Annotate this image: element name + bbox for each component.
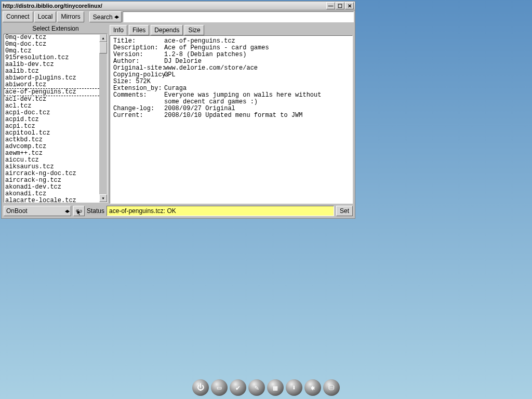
toolbar: Connect Local Mirrors Search bbox=[2, 10, 355, 23]
status-label: Status bbox=[87, 207, 104, 215]
tab-depends[interactable]: Depends bbox=[151, 25, 183, 35]
maximize-button[interactable]: ☐ bbox=[336, 2, 344, 9]
terminal-icon[interactable]: ▭ bbox=[211, 379, 228, 396]
cpanel-icon[interactable]: ▦ bbox=[267, 379, 284, 396]
extension-list-pane: Select Extension 0mq-dev.tcz0mq-doc.tcz0… bbox=[4, 23, 108, 204]
info-value: GPL bbox=[164, 72, 176, 78]
local-button[interactable]: Local bbox=[34, 11, 57, 22]
tab-size[interactable]: Size bbox=[184, 25, 204, 35]
tab-files[interactable]: Files bbox=[129, 25, 149, 35]
info-value: www.delorie.com/store/ace bbox=[164, 65, 258, 72]
dock: ⏻▭✔✎▦⬇✱⛁ bbox=[192, 379, 340, 396]
apps-icon[interactable]: ⬇ bbox=[286, 379, 302, 396]
connect-button[interactable]: Connect bbox=[3, 11, 33, 22]
minimize-button[interactable]: — bbox=[326, 2, 335, 9]
scroll-track[interactable] bbox=[99, 42, 107, 194]
info-label: Comments: bbox=[113, 92, 164, 99]
run-icon[interactable]: ✱ bbox=[304, 379, 321, 396]
editor-icon[interactable]: ✎ bbox=[248, 379, 265, 396]
mount-icon[interactable]: ⛁ bbox=[323, 379, 340, 396]
extension-item[interactable]: abiword.tcz bbox=[4, 82, 99, 88]
go-button[interactable]: Go bbox=[73, 206, 85, 216]
tab-info[interactable]: Info bbox=[110, 25, 127, 35]
mirrors-button[interactable]: Mirrors bbox=[57, 11, 84, 22]
extension-list-header: Select Extension bbox=[4, 23, 108, 34]
extension-item[interactable]: ace-of-penguins.tcz bbox=[4, 88, 99, 96]
extension-item[interactable]: alacarte-locale.tcz bbox=[4, 197, 99, 202]
status-field: ace-of-penguins.tcz: OK bbox=[107, 206, 334, 216]
scroll-thumb[interactable] bbox=[99, 42, 107, 54]
bottom-bar: OnBoot Go Status ace-of-penguins.tcz: OK… bbox=[2, 204, 355, 218]
scroll-up-button[interactable]: ▲ bbox=[99, 34, 107, 42]
search-mode-dropdown[interactable]: Search bbox=[89, 11, 122, 22]
scroll-down-button[interactable]: ▼ bbox=[99, 194, 107, 202]
window-titlebar[interactable]: http://distro.ibiblio.org/tinycorelinux/… bbox=[2, 2, 355, 10]
extension-listbox[interactable]: 0mq-dev.tcz0mq-doc.tcz0mq.tcz915resoluti… bbox=[4, 34, 108, 203]
scrollbar[interactable]: ▲ ▼ bbox=[99, 34, 107, 202]
info-value: 2008/10/10 Updated menu format to JWM bbox=[164, 112, 302, 119]
close-button[interactable]: ✕ bbox=[345, 2, 354, 9]
onboot-dropdown[interactable]: OnBoot bbox=[4, 206, 71, 216]
window-title: http://distro.ibiblio.org/tinycorelinux/ bbox=[3, 3, 326, 9]
info-panel: Title:ace-of-penguins.tczDescription:Ace… bbox=[110, 35, 353, 204]
detail-tabs: InfoFilesDependsSize bbox=[110, 23, 353, 35]
search-input[interactable] bbox=[123, 11, 354, 22]
info-label: Current: bbox=[113, 112, 164, 119]
tools-icon[interactable]: ✔ bbox=[230, 379, 246, 396]
set-button[interactable]: Set bbox=[336, 206, 353, 216]
details-pane: InfoFilesDependsSize Title:ace-of-pengui… bbox=[110, 23, 353, 204]
exit-icon[interactable]: ⏻ bbox=[192, 379, 209, 396]
app-browser-window: http://distro.ibiblio.org/tinycorelinux/… bbox=[1, 1, 355, 219]
